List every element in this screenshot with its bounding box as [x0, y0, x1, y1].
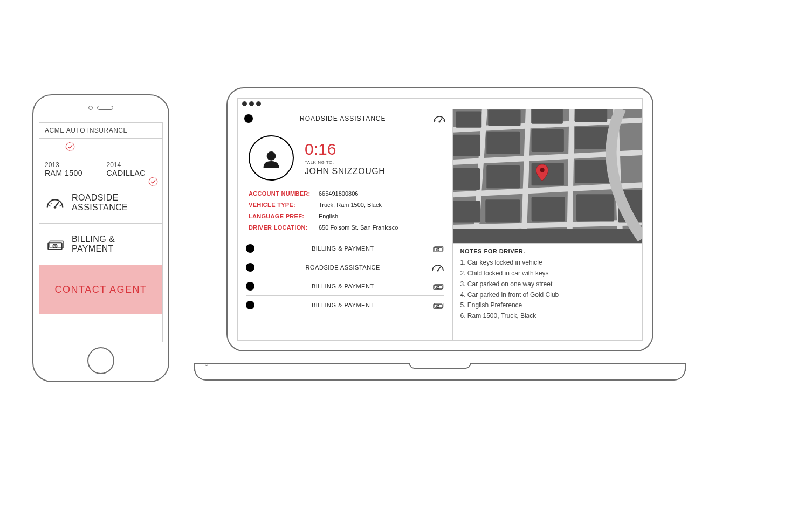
detail-row: ACCOUNT NUMBER:665491800806	[249, 188, 442, 199]
note-item: 6. Ram 1500, Truck, Black	[460, 311, 635, 322]
vehicle-selector: 2013 RAM 1500 2014 CADILLAC	[39, 139, 162, 182]
window-controls	[238, 99, 642, 109]
window-dot-icon[interactable]	[256, 101, 261, 106]
svg-rect-21	[453, 168, 480, 190]
laptop-base	[194, 363, 686, 381]
pane-title: ROADSIDE ASSISTANCE	[262, 115, 424, 122]
gauge-icon	[46, 195, 64, 210]
cash-icon	[431, 282, 444, 291]
menu-billing-payment[interactable]: BILLING & PAYMENT	[39, 224, 162, 265]
pane-header: ROADSIDE ASSISTANCE	[238, 109, 452, 128]
trackpad-notch	[409, 363, 471, 369]
svg-rect-22	[486, 165, 520, 188]
gauge-icon	[433, 114, 446, 123]
laptop-screen: ROADSIDE ASSISTANCE 0:16 TALKING TO: JOH…	[237, 98, 643, 341]
note-item: 3. Car parked on one way street	[460, 279, 635, 290]
status-dot-icon	[246, 301, 254, 309]
notes-list: 1. Car keys locked in vehicle 2. Child l…	[453, 255, 643, 327]
phone-screen: ACME AUTO INSURANCE 2013 RAM 1500 2014 C…	[39, 122, 163, 342]
detail-row: VEHICLE TYPE:Truck, Ram 1500, Black	[249, 199, 442, 211]
menu-label: ROADSIDE ASSISTANCE	[72, 193, 128, 213]
hinge-dot-icon	[205, 363, 208, 366]
status-dot-icon	[246, 282, 254, 291]
laptop-lid: ROADSIDE ASSISTANCE 0:16 TALKING TO: JOH…	[226, 87, 653, 351]
history-row[interactable]: BILLING & PAYMENT	[246, 295, 444, 314]
vehicle-card-0[interactable]: 2013 RAM 1500	[39, 139, 101, 182]
caller-info: 0:16 TALKING TO: JOHN SNIZZOUGH	[238, 128, 452, 186]
laptop-device: ROADSIDE ASSISTANCE 0:16 TALKING TO: JOH…	[226, 87, 653, 373]
cash-icon	[431, 244, 444, 253]
menu-roadside-assistance[interactable]: ROADSIDE ASSISTANCE	[39, 182, 162, 224]
driver-location-map[interactable]	[453, 109, 643, 244]
phone-hardware-top	[33, 95, 168, 120]
vehicle-model: RAM 1500	[45, 169, 95, 177]
note-item: 1. Car keys locked in vehicle	[460, 258, 635, 268]
history-row[interactable]: BILLING & PAYMENT	[246, 239, 444, 258]
history-row[interactable]: ROADSIDE ASSISTANCE	[246, 258, 444, 277]
svg-rect-14	[488, 110, 520, 126]
note-item: 5. English Preference	[460, 300, 635, 311]
svg-rect-28	[576, 194, 614, 221]
speaker-icon	[97, 106, 113, 110]
status-dot-icon	[244, 114, 253, 123]
svg-rect-18	[486, 132, 520, 154]
svg-rect-25	[453, 201, 480, 222]
history-row[interactable]: BILLING & PAYMENT	[246, 277, 444, 295]
svg-rect-17	[453, 135, 480, 156]
vehicle-year: 2013	[45, 161, 95, 169]
status-dot-icon	[246, 263, 254, 272]
verified-stamp-icon	[65, 142, 75, 151]
svg-rect-26	[485, 199, 520, 222]
detail-row: DRIVER LOCATION:650 Folsom St. San Frani…	[249, 222, 442, 233]
home-button[interactable]	[87, 347, 114, 374]
talking-to-label: TALKING TO:	[305, 160, 385, 165]
avatar	[249, 135, 294, 181]
detail-row: LANGUAGE PREF:English	[249, 211, 442, 222]
svg-rect-27	[531, 197, 565, 221]
gauge-icon	[431, 263, 444, 272]
contact-agent-button[interactable]: CONTACT AGENT	[39, 265, 162, 314]
svg-rect-20	[574, 127, 609, 149]
svg-rect-16	[574, 109, 607, 122]
svg-rect-30	[453, 229, 643, 244]
cash-icon	[46, 237, 64, 252]
status-dot-icon	[246, 244, 254, 253]
svg-rect-15	[531, 109, 562, 124]
menu-label: BILLING & PAYMENT	[72, 234, 115, 254]
note-item: 4. Car parked in front of Gold Club	[460, 290, 635, 301]
interaction-history: BILLING & PAYMENT ROADSIDE ASSISTANCE BI	[238, 239, 452, 340]
vehicle-card-1[interactable]: 2014 CADILLAC	[101, 139, 163, 182]
phone-device: ACME AUTO INSURANCE 2013 RAM 1500 2014 C…	[32, 94, 169, 382]
notes-header: NOTES FOR DRIVER.	[453, 244, 643, 255]
call-timer: 0:16	[305, 140, 385, 158]
verified-stamp-icon	[148, 177, 158, 186]
camera-dot-icon	[88, 106, 93, 110]
contact-agent-label: CONTACT AGENT	[55, 284, 147, 295]
vehicle-model: CADILLAC	[107, 169, 157, 177]
vehicle-year: 2014	[107, 161, 157, 169]
person-icon	[258, 147, 284, 169]
app-title: ACME AUTO INSURANCE	[39, 123, 162, 139]
svg-rect-19	[531, 129, 563, 152]
notes-pane: NOTES FOR DRIVER. 1. Car keys locked in …	[453, 109, 643, 340]
cash-icon	[431, 301, 444, 309]
window-dot-icon[interactable]	[249, 101, 254, 106]
note-item: 2. Child locked in car with keys	[460, 268, 635, 279]
window-dot-icon[interactable]	[242, 101, 247, 106]
svg-rect-23	[531, 163, 563, 185]
call-pane: ROADSIDE ASSISTANCE 0:16 TALKING TO: JOH…	[238, 109, 453, 340]
account-details: ACCOUNT NUMBER:665491800806 VEHICLE TYPE…	[238, 186, 452, 239]
svg-rect-13	[456, 112, 481, 128]
caller-name: JOHN SNIZZOUGH	[305, 167, 385, 176]
